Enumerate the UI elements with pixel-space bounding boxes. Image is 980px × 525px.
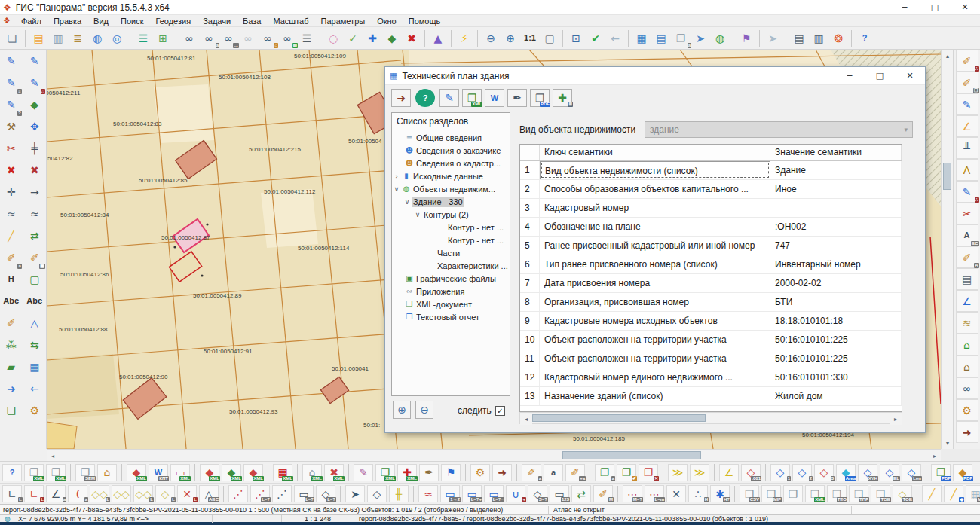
open-from-server[interactable]: ▥ bbox=[49, 29, 67, 47]
map-horizontal-scrollbar[interactable]: ◂ ▸ bbox=[47, 449, 941, 461]
tree-item[interactable]: ∨Здание - 330 bbox=[392, 195, 510, 208]
run-task[interactable]: ⚡ bbox=[455, 29, 473, 47]
semantic-key-cell[interactable]: Вид объекта недвижимости (список) bbox=[540, 161, 770, 179]
flashlight-a[interactable]: ✐a bbox=[2, 246, 20, 268]
contour-delete-xml[interactable]: ✖XML bbox=[324, 464, 344, 481]
xml-exchange-doc[interactable]: ❐XML bbox=[46, 464, 66, 481]
segment-l[interactable]: ▭L=? bbox=[294, 485, 314, 502]
dialog-minimize-button[interactable]: ─ bbox=[835, 69, 865, 84]
semantic-key-cell[interactable]: Обозначение на плане bbox=[540, 218, 770, 236]
import-to-folder[interactable]: ⌂ bbox=[97, 464, 117, 481]
map-vertical-scrollbar[interactable]: ▴ ▾ bbox=[941, 50, 953, 449]
semantic-value-cell[interactable] bbox=[770, 199, 902, 217]
cut-object[interactable]: ✂ bbox=[2, 137, 20, 159]
semantic-value-cell[interactable]: 18:18:010101:18 bbox=[770, 312, 902, 330]
tree-item[interactable]: ❐Текстовый отчет bbox=[392, 310, 510, 323]
route-points-l[interactable]: ⋰L=? bbox=[250, 485, 270, 502]
text-abc[interactable]: Abc bbox=[2, 290, 20, 312]
semantic-value-cell[interactable]: 50:16:010101:330 bbox=[770, 368, 902, 386]
export-doc-points[interactable]: ❐ bbox=[783, 485, 803, 502]
current-scale[interactable]: 1 : 1 248 bbox=[282, 515, 354, 523]
semantic-key-cell[interactable]: Кадастровые номера исходных объектов bbox=[540, 312, 770, 330]
object-list[interactable]: ☰ bbox=[298, 29, 316, 47]
draw-spline[interactable]: ✎ bbox=[26, 50, 44, 72]
edit-curve-points[interactable]: ≈ bbox=[26, 203, 44, 224]
tree-item[interactable]: Контур - нет ... bbox=[392, 221, 510, 234]
table-row[interactable]: 4Обозначение на плане:ОН002 bbox=[520, 218, 902, 237]
column-header[interactable]: Ключ семантики bbox=[540, 145, 770, 160]
pdf-settings[interactable]: ❐PDF bbox=[931, 464, 951, 481]
chevron-down-icon[interactable]: ∨ bbox=[392, 185, 401, 193]
column-header[interactable] bbox=[520, 145, 540, 160]
object-kind-select[interactable]: здание ▾ bbox=[645, 121, 913, 138]
points-pencil[interactable]: ✎∴ bbox=[956, 181, 978, 203]
measure-route[interactable]: ⚑ bbox=[737, 29, 755, 47]
map-3d[interactable]: ▲ bbox=[429, 29, 447, 47]
delete-polygon[interactable]: ✖ bbox=[26, 159, 44, 181]
search[interactable]: ∞ bbox=[180, 29, 198, 47]
h-label[interactable]: H bbox=[2, 268, 20, 290]
flashlight[interactable]: ✐ bbox=[2, 312, 20, 334]
dialog-help[interactable]: ? bbox=[415, 89, 435, 107]
search-address[interactable]: ∞⌂ bbox=[259, 29, 277, 47]
text-label[interactable]: Abc bbox=[26, 290, 44, 312]
stamp-sign[interactable]: ⚑ bbox=[441, 464, 461, 481]
measure-length-sum[interactable]: ∟L bbox=[24, 485, 44, 502]
cadastre-house[interactable]: ⌂ bbox=[956, 334, 978, 356]
table-row[interactable]: 10Объект расположен на территории участк… bbox=[520, 331, 902, 349]
dialog-export-pdf[interactable]: ❐PDF bbox=[530, 89, 550, 107]
export-xml-points[interactable]: ❐XML bbox=[805, 485, 825, 502]
digitize-polygon[interactable]: ◆ bbox=[26, 93, 44, 115]
search-geoportal[interactable]: ∞◍ bbox=[278, 29, 296, 47]
window-elements[interactable]: ▦ bbox=[26, 356, 44, 377]
polygon-len[interactable]: ◇Len bbox=[902, 464, 921, 481]
route-red[interactable]: ≈ bbox=[418, 485, 438, 502]
segment-add[interactable]: ▭L=?+ bbox=[462, 485, 482, 502]
select-list[interactable]: ▤ bbox=[652, 29, 670, 47]
table-row[interactable]: 8Организация, присвоившая номерБТИ bbox=[520, 293, 902, 312]
menu-item[interactable]: Параметры bbox=[315, 15, 372, 27]
export-tpr[interactable]: ❐ТПР bbox=[849, 485, 868, 502]
scroll-up-icon[interactable]: ▴ bbox=[942, 50, 954, 62]
semantic-key-cell[interactable]: Организация, присвоившая номер bbox=[540, 293, 770, 311]
help-cadastre[interactable]: ? bbox=[2, 464, 22, 481]
next-object[interactable]: ≫ bbox=[668, 464, 688, 481]
triangle-abc[interactable]: △ABC bbox=[199, 485, 219, 502]
export-csv[interactable]: ❐CSV bbox=[740, 485, 759, 502]
curve-pencil[interactable]: ✎ bbox=[956, 93, 978, 115]
route-points[interactable]: ⋰ bbox=[228, 485, 248, 502]
divider-compass[interactable]: Λ bbox=[956, 159, 978, 181]
semantic-value-cell[interactable]: Жилой дом bbox=[770, 387, 902, 405]
highlight-selected[interactable]: ✓ bbox=[344, 29, 362, 47]
minimize-button[interactable]: ─ bbox=[890, 0, 920, 15]
dialog-title-bar[interactable]: ▦ Технический план здания ─ □ ✕ bbox=[385, 67, 925, 85]
flashlight-grid[interactable]: ✐▦ bbox=[26, 246, 44, 268]
select-geoportal[interactable]: ◍ bbox=[711, 29, 729, 47]
semantic-value-cell[interactable]: БТИ bbox=[770, 293, 902, 311]
dialog-edit-semantics[interactable]: ✎ bbox=[439, 89, 459, 107]
contour-strike[interactable]: ◇S=? bbox=[528, 485, 547, 502]
export-mif[interactable]: ❐MIF bbox=[761, 485, 781, 502]
menu-item[interactable]: Файл bbox=[15, 15, 47, 27]
semantic-value-cell[interactable]: Иное bbox=[770, 180, 902, 198]
menu-item[interactable]: Окно bbox=[371, 15, 403, 27]
chevron-down-icon[interactable]: ∨ bbox=[403, 198, 412, 206]
highlight-add[interactable]: ✚ bbox=[363, 29, 381, 47]
sem-import[interactable]: ❐SEM bbox=[75, 464, 95, 481]
table-row[interactable]: 7Дата присвоения номера2000-02-02 bbox=[520, 274, 902, 293]
layers[interactable]: ☰ bbox=[134, 29, 152, 47]
copy-objects[interactable]: ⇆ bbox=[26, 334, 44, 356]
semantic-value-cell[interactable]: Инвентарный номер bbox=[770, 255, 902, 273]
node-h-query[interactable]: ✱H? bbox=[710, 485, 730, 502]
semantic-key-cell[interactable]: Кадастровый номер bbox=[540, 199, 770, 217]
oks-export-xml[interactable]: ◆XML bbox=[243, 464, 263, 481]
topology-branch[interactable]: → bbox=[26, 181, 44, 203]
dialog-export-xml[interactable]: ❐XML bbox=[462, 89, 482, 107]
chevron-down-icon[interactable]: ∨ bbox=[413, 211, 422, 218]
hierarchy[interactable]: ⁂ bbox=[2, 334, 20, 356]
hatch-lines[interactable]: ╫ bbox=[389, 485, 409, 502]
export-tob-polygon[interactable]: ◇ТОВ bbox=[893, 485, 912, 502]
semantic-key-cell[interactable]: Кадастровый номер единого недвижимого ..… bbox=[540, 368, 770, 386]
semantic-key-cell[interactable]: Способы образования объектов капитальног… bbox=[540, 180, 770, 198]
table-row[interactable]: 5Ранее присвоенный кадастровый или иной … bbox=[520, 237, 902, 255]
